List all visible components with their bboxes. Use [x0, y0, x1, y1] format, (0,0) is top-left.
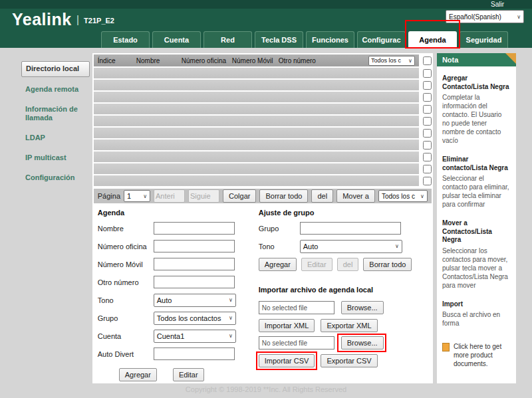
export-xml-button[interactable]: Exportar XML	[321, 319, 377, 332]
page-select[interactable]: 1 ∨	[124, 190, 150, 202]
sidebar-item-agenda-remota[interactable]: Agenda remota	[21, 82, 90, 97]
tab-cuenta[interactable]: Cuenta	[152, 31, 201, 48]
yealink-admin-page: Salir Yealink|T21P_E2 Español(Spanish) ∨…	[0, 0, 532, 398]
tab-red[interactable]: Red	[203, 31, 252, 48]
sidebar-item-directorio-local[interactable]: Directorio local	[21, 61, 90, 77]
import-csv-button[interactable]: Importar CSV	[259, 354, 315, 367]
tab-estado[interactable]: Estado	[101, 31, 150, 48]
move-to-button[interactable]: Mover a	[336, 189, 375, 203]
tab-seguridad[interactable]: Seguridad	[460, 31, 508, 48]
page-label: Página	[98, 192, 120, 200]
group-name-row: Grupo	[259, 219, 429, 237]
col-indice: Índice	[98, 57, 136, 64]
import-section-title: Importar archivo de agenda local	[259, 286, 429, 294]
note-header: Nota	[437, 53, 516, 66]
note-section-import: Import Busca el archivo en forma	[442, 300, 511, 328]
other-number-label: Otro número	[98, 278, 154, 286]
prev-page-button[interactable]: Anteri	[154, 189, 185, 203]
sidebar-item-ip-multicast[interactable]: IP multicast	[21, 151, 90, 165]
add-group-button[interactable]: Agregar	[259, 258, 297, 271]
sidebar-item-informacion-de-llamada[interactable]: Información de llamada	[21, 102, 90, 126]
move-target-value: Todos los c	[382, 193, 415, 200]
hangup-button[interactable]: Colgar	[223, 189, 256, 203]
model-label: T21P_E2	[84, 17, 114, 25]
row-checkbox[interactable]	[423, 105, 432, 114]
col-nombre: Nombre	[136, 57, 182, 64]
office-number-input[interactable]	[154, 240, 235, 252]
tab-configuracion[interactable]: Configurac	[357, 31, 406, 48]
row-checkbox[interactable]	[423, 141, 432, 149]
table-row	[94, 140, 432, 150]
language-select[interactable]: Español(Spanish) ∨	[446, 10, 524, 23]
csv-browse-wrap: Browse...	[341, 336, 384, 349]
content-area: Directorio local Agenda remota Informaci…	[20, 53, 516, 383]
auto-divert-input[interactable]	[154, 348, 235, 360]
move-target-select[interactable]: Todos los c ∨	[378, 190, 428, 202]
mobile-number-input[interactable]	[154, 258, 235, 270]
delete-all-button[interactable]: Borrar todo	[259, 189, 308, 203]
table-row	[94, 175, 432, 186]
csv-file-box[interactable]: No selected file	[259, 336, 334, 349]
sidebar-item-ldap[interactable]: LDAP	[21, 131, 90, 146]
other-number-input[interactable]	[154, 276, 235, 288]
row-checkbox[interactable]	[423, 69, 432, 78]
delete-all-groups-button[interactable]: Borrar todo	[363, 258, 412, 271]
next-page-button[interactable]: Siguie	[188, 189, 219, 203]
directory-filter-select[interactable]: Todos los c ∨	[368, 56, 415, 66]
sidebar-item-configuracion[interactable]: Configuración	[21, 171, 90, 185]
row-checkbox[interactable]	[423, 153, 432, 161]
doc-link[interactable]: Click here to get more product documents…	[442, 342, 511, 368]
row-bar	[94, 128, 419, 138]
export-csv-button[interactable]: Exportar CSV	[321, 354, 377, 367]
tab-funciones[interactable]: Funciones	[306, 31, 354, 48]
add-contact-button[interactable]: Agregar	[119, 368, 157, 381]
note-title: Nota	[442, 56, 458, 64]
row-checkbox[interactable]	[423, 129, 432, 138]
col-numero-movil: Número Móvil	[232, 57, 279, 64]
group-name-input[interactable]	[300, 222, 401, 235]
group-ring-row: Tono Auto ∨	[259, 237, 429, 255]
forms-area: Agenda Nombre Número oficina Número Móvi…	[94, 203, 432, 381]
row-bar	[94, 163, 419, 174]
ring-tone-select[interactable]: Auto ∨	[154, 294, 236, 307]
import-xml-button[interactable]: Importar XML	[259, 319, 315, 332]
folded-corner-icon	[505, 53, 516, 64]
edit-contact-button[interactable]: Editar	[173, 368, 204, 381]
account-select[interactable]: Cuenta1 ∨	[154, 330, 236, 343]
logout-link[interactable]: Salir	[491, 1, 504, 8]
xml-file-row: No selected file Browse...	[259, 299, 429, 316]
logo-divider: |	[76, 13, 79, 26]
tab-agenda[interactable]: Agenda	[408, 31, 457, 48]
note-panel: Nota Agregar Contacto/Lista Negra Comple…	[437, 53, 516, 383]
edit-group-button[interactable]: Editar	[301, 258, 332, 271]
contact-form-title: Agenda	[98, 209, 249, 219]
note-section-heading: Import	[442, 300, 511, 309]
xml-file-box[interactable]: No selected file	[259, 301, 334, 314]
doc-link-text: Click here to get more product documents…	[454, 342, 511, 368]
delete-group-button[interactable]: del	[337, 258, 359, 271]
note-section-body: Busca el archivo en forma	[442, 310, 511, 328]
chevron-down-icon: ∨	[143, 193, 147, 199]
group-label: Grupo	[98, 314, 154, 322]
table-row	[94, 68, 432, 78]
yealink-logo: Yealink	[12, 10, 72, 29]
xml-browse-button[interactable]: Browse...	[341, 301, 384, 314]
group-select[interactable]: Todos los contactos ∨	[154, 312, 236, 325]
sidebar: Directorio local Agenda remota Informaci…	[20, 53, 91, 383]
note-section-heading: Agregar Contacto/Lista Negra	[442, 74, 511, 91]
select-all-checkbox[interactable]	[423, 56, 432, 65]
name-input[interactable]	[154, 222, 235, 235]
office-number-label: Número oficina	[98, 243, 154, 250]
row-bar	[94, 104, 419, 114]
row-checkbox[interactable]	[423, 117, 432, 126]
row-bar	[94, 151, 419, 162]
row-checkbox[interactable]	[423, 165, 432, 173]
delete-button[interactable]: del	[311, 189, 333, 203]
row-checkbox[interactable]	[423, 81, 432, 90]
csv-browse-button[interactable]: Browse...	[341, 336, 384, 349]
row-checkbox[interactable]	[423, 93, 432, 102]
tab-tecla-dss[interactable]: Tecla DSS	[255, 31, 303, 48]
main-panel: Índice Nombre Número oficina Número Móvi…	[92, 53, 433, 383]
row-checkbox[interactable]	[423, 177, 432, 185]
group-ring-select[interactable]: Auto ∨	[300, 240, 402, 253]
